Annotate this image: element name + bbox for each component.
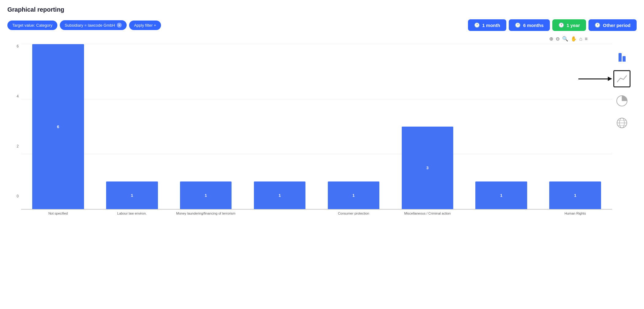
bar-consumer: 1 (328, 181, 380, 209)
bar-group-money: 1 (169, 44, 243, 209)
bar-value-human-rights: 1 (574, 193, 576, 198)
period-6months-button[interactable]: 🕐 6 months (509, 19, 550, 31)
period-other-label: Other period (603, 23, 631, 28)
y-axis-0: 0 (10, 194, 19, 198)
y-axis-4: 4 (10, 94, 19, 98)
bar-group-not-specified: 6 (21, 44, 95, 209)
bar-empty2: 1 (475, 181, 527, 209)
bar-chart-view-button[interactable] (613, 48, 631, 65)
bar-value-empty2: 1 (500, 193, 502, 198)
filter-chip-target[interactable]: Target value: Category (7, 21, 57, 30)
bar-chart-icon (619, 52, 626, 62)
search-icon[interactable]: 🔍 (562, 36, 568, 42)
period-1month-button[interactable]: 🕐 1 month (468, 19, 506, 31)
x-label-empty2 (464, 212, 538, 215)
bar-value-not-specified: 6 (57, 124, 59, 129)
bar-value-labour: 1 (131, 193, 133, 198)
bar-group-consumer: 1 (317, 44, 391, 209)
pie-chart-icon (616, 95, 628, 107)
x-label-human-rights: Human Rights (538, 212, 612, 215)
bars-row: 6 1 1 (21, 44, 612, 209)
home-icon[interactable]: ⌂ (579, 36, 582, 42)
close-icon[interactable]: ✕ (117, 23, 122, 28)
filters-container: Target value: Category Subsidiary = lawc… (7, 20, 161, 30)
pie-chart-view-button[interactable] (613, 92, 631, 109)
x-label-labour: Labour law environ. (95, 212, 169, 215)
bar-not-specified: 6 (32, 44, 84, 209)
bar-icon-tall (619, 53, 622, 62)
side-icons-panel (612, 36, 637, 215)
bar-value-empty1: 1 (278, 193, 281, 198)
bar-group-human-rights: 1 (538, 44, 612, 209)
bar-group-labour: 1 (95, 44, 169, 209)
filter-target-label: Target value: Category (12, 23, 52, 28)
period-1year-label: 1 year (567, 23, 580, 28)
chart-container: ⊕ ⊖ 🔍 ✋ ⌂ ≡ 6 4 2 0 (7, 36, 612, 215)
pan-icon[interactable]: ✋ (571, 36, 577, 42)
bar-group-empty2: 1 (464, 44, 538, 209)
bar-money: 1 (180, 181, 232, 209)
filter-chip-subsidiary[interactable]: Subsidiary = lawcode GmbH ✕ (60, 20, 127, 30)
filter-subsidiary-label: Subsidiary = lawcode GmbH (65, 23, 115, 28)
period-buttons: 🕐 1 month 🕐 6 months 🕐 1 year 🕐 Other pe… (468, 19, 637, 31)
period-other-button[interactable]: 🕐 Other period (588, 19, 637, 31)
line-chart-view-button[interactable] (613, 70, 631, 87)
bar-value-money: 1 (205, 193, 207, 198)
x-label-misc: Miscellaneous / Criminal action (390, 212, 464, 215)
period-1year-button[interactable]: 🕐 1 year (552, 19, 586, 31)
chart-toolbar: ⊕ ⊖ 🔍 ✋ ⌂ ≡ (7, 36, 612, 42)
zoom-out-icon[interactable]: ⊖ (556, 36, 560, 42)
x-label-consumer: Consumer protection (317, 212, 391, 215)
x-label-money: Money laundering/financing of terrorism (169, 212, 243, 215)
y-axis-6: 6 (10, 44, 19, 48)
bar-value-consumer: 1 (352, 193, 355, 198)
page-title: Graphical reporting (7, 6, 637, 13)
x-label-empty1 (243, 212, 317, 215)
bar-group-empty1: 1 (243, 44, 317, 209)
clock-icon-4: 🕐 (595, 22, 600, 28)
apply-filter-label: Apply filter + (134, 23, 156, 28)
period-1month-label: 1 month (482, 23, 500, 28)
bar-value-misc: 3 (426, 166, 428, 170)
arrow-head (608, 77, 612, 81)
period-6months-label: 6 months (523, 23, 544, 28)
arrow-indicator (578, 78, 609, 79)
x-label-not-specified: Not specified (21, 212, 95, 215)
clock-icon: 🕐 (474, 22, 480, 28)
globe-view-button[interactable] (613, 114, 631, 132)
bar-misc: 3 (402, 127, 454, 209)
clock-icon-2: 🕐 (515, 22, 521, 28)
clock-icon-3: 🕐 (558, 22, 564, 28)
apply-filter-button[interactable]: Apply filter + (129, 21, 161, 30)
bar-human-rights: 1 (549, 181, 601, 209)
zoom-in-icon[interactable]: ⊕ (549, 36, 553, 42)
chart-area: ⊕ ⊖ 🔍 ✋ ⌂ ≡ 6 4 2 0 (7, 36, 637, 215)
globe-icon (616, 117, 628, 129)
menu-icon[interactable]: ≡ (585, 36, 588, 42)
y-axis-2: 2 (10, 144, 19, 148)
bar-icon-short (623, 56, 626, 62)
bar-chart: 6 1 1 (21, 44, 612, 210)
line-chart-icon (616, 73, 628, 85)
bar-group-misc: 3 (390, 44, 464, 209)
arrow-shaft (578, 78, 609, 79)
x-axis-labels: Not specified Labour law environ. Money … (21, 210, 612, 215)
bar-empty1: 1 (254, 181, 306, 209)
bar-labour: 1 (106, 181, 158, 209)
controls-row: Target value: Category Subsidiary = lawc… (7, 19, 637, 31)
